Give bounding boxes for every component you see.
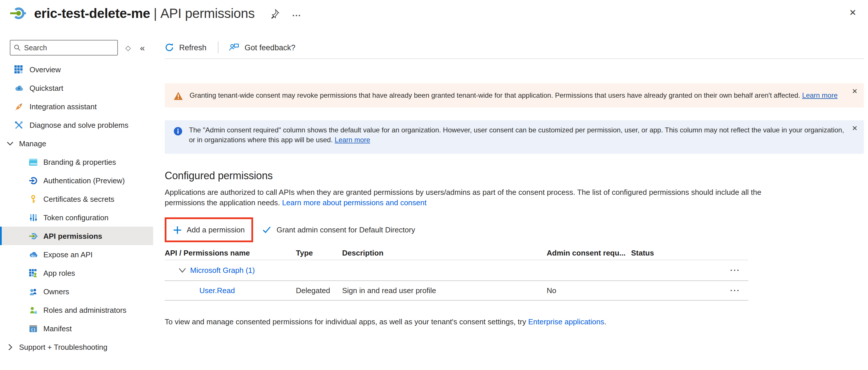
quickstart-icon bbox=[14, 84, 23, 92]
sidebar-item-label: Authentication (Preview) bbox=[43, 176, 125, 185]
sidebar-item-owners[interactable]: Owners bbox=[0, 282, 153, 301]
sidebar-item-manifest[interactable]: { } Manifest bbox=[0, 319, 153, 338]
close-blade-icon[interactable]: ✕ bbox=[849, 7, 857, 18]
sidebar-section-manage[interactable]: Manage bbox=[0, 134, 153, 153]
search-input[interactable] bbox=[24, 44, 114, 52]
sidebar-item-certificates[interactable]: Certificates & secrets bbox=[0, 190, 153, 208]
permissions-description: Applications are authorized to call APIs… bbox=[165, 187, 770, 208]
expose-api-icon bbox=[29, 250, 37, 259]
refresh-button[interactable]: Refresh bbox=[165, 43, 207, 52]
sidebar-item-label: Owners bbox=[43, 287, 69, 296]
resize-icon[interactable]: ◇ bbox=[125, 44, 131, 52]
azure-portal-blade: eric-test-delete-me|API permissions ... … bbox=[0, 0, 868, 370]
permissions-table: API / Permissions name Type Description … bbox=[165, 246, 748, 301]
sidebar-nav: Overview Quickstart In bbox=[0, 60, 153, 356]
sidebar-item-expose-api[interactable]: Expose an API bbox=[0, 245, 153, 264]
sidebar-item-app-roles[interactable]: App roles bbox=[0, 264, 153, 282]
page-title: eric-test-delete-me|API permissions bbox=[34, 5, 254, 21]
warning-close-icon[interactable]: ✕ bbox=[852, 87, 858, 95]
col-header-admin-consent: Admin consent requ... bbox=[547, 249, 631, 257]
key-icon bbox=[29, 194, 37, 203]
branding-icon: www bbox=[29, 158, 37, 166]
app-registration-icon bbox=[10, 5, 26, 21]
sidebar-item-label: App roles bbox=[43, 269, 75, 277]
app-roles-icon bbox=[29, 269, 37, 277]
table-header-row: API / Permissions name Type Description … bbox=[165, 246, 748, 260]
toolbar-divider bbox=[218, 42, 219, 53]
sidebar-item-api-permissions[interactable]: API permissions bbox=[0, 227, 153, 245]
grant-admin-consent-button[interactable]: Grant admin consent for Default Director… bbox=[262, 225, 415, 234]
sidebar-item-quickstart[interactable]: Quickstart bbox=[0, 79, 153, 97]
overview-icon bbox=[14, 65, 23, 74]
page-header: eric-test-delete-me|API permissions ... … bbox=[0, 0, 868, 27]
toolbar-separator bbox=[165, 58, 864, 59]
command-bar: Refresh Got feedback? bbox=[165, 38, 868, 57]
roles-administrators-icon bbox=[29, 306, 37, 314]
sidebar-section-support[interactable]: Support + Troubleshooting bbox=[0, 338, 153, 356]
sidebar-item-token-configuration[interactable]: Token configuration bbox=[0, 208, 153, 227]
sidebar: ◇ « Overview Quicksta bbox=[0, 27, 153, 370]
permission-name-cell: User.Read bbox=[165, 286, 296, 295]
configured-permissions-heading: Configured permissions bbox=[165, 170, 868, 182]
sliders-icon bbox=[29, 213, 37, 222]
svg-text:www: www bbox=[30, 162, 37, 165]
sidebar-section-label: Support + Troubleshooting bbox=[19, 343, 107, 351]
sidebar-search-row: ◇ « bbox=[0, 40, 153, 56]
check-icon bbox=[262, 226, 271, 234]
chevron-right-icon bbox=[6, 343, 14, 351]
warning-learn-more-link[interactable]: Learn more bbox=[802, 91, 838, 99]
annotation-highlight-box: Add a permission bbox=[165, 217, 253, 242]
sidebar-item-label: Roles and administrators bbox=[43, 306, 127, 314]
sidebar-item-label: Certificates & secrets bbox=[43, 194, 115, 203]
manifest-icon: { } bbox=[29, 324, 37, 333]
col-header-type: Type bbox=[296, 249, 342, 257]
sidebar-item-authentication[interactable]: Authentication (Preview) bbox=[0, 171, 153, 190]
table-row-microsoft-graph[interactable]: Microsoft Graph (1) ··· bbox=[165, 260, 748, 281]
row-actions-icon[interactable]: ··· bbox=[730, 286, 748, 295]
add-permission-label: Add a permission bbox=[187, 225, 245, 234]
row-actions-icon[interactable]: ··· bbox=[730, 266, 748, 275]
permission-type-cell: Delegated bbox=[296, 286, 342, 295]
info-icon bbox=[174, 127, 183, 136]
info-close-icon[interactable]: ✕ bbox=[852, 124, 858, 132]
authentication-icon bbox=[29, 176, 37, 185]
table-row-user-read[interactable]: User.Read Delegated Sign in and read use… bbox=[165, 281, 748, 301]
chevron-down-icon[interactable] bbox=[179, 267, 186, 273]
sidebar-item-branding[interactable]: www Branding & properties bbox=[0, 153, 153, 171]
pin-icon[interactable] bbox=[270, 8, 279, 18]
feedback-label: Got feedback? bbox=[245, 43, 296, 52]
collapse-sidebar-icon[interactable]: « bbox=[140, 43, 145, 53]
col-header-name: API / Permissions name bbox=[165, 249, 296, 257]
col-header-description: Description bbox=[342, 249, 547, 257]
troubleshoot-icon bbox=[14, 121, 23, 129]
sidebar-item-label: Token configuration bbox=[43, 213, 108, 222]
sidebar-item-diagnose[interactable]: Diagnose and solve problems bbox=[0, 116, 153, 134]
warning-icon bbox=[174, 91, 183, 101]
sidebar-item-roles-administrators[interactable]: Roles and administrators bbox=[0, 301, 153, 319]
sidebar-item-integration-assistant[interactable]: Integration assistant bbox=[0, 97, 153, 116]
owners-icon bbox=[29, 287, 37, 296]
add-permission-button[interactable]: Add a permission bbox=[166, 219, 252, 241]
search-box[interactable] bbox=[10, 40, 118, 56]
grant-admin-consent-label: Grant admin consent for Default Director… bbox=[277, 225, 415, 234]
rocket-icon bbox=[14, 102, 23, 111]
microsoft-graph-link[interactable]: Microsoft Graph (1) bbox=[190, 266, 255, 275]
info-learn-more-link[interactable]: Learn more bbox=[335, 136, 370, 144]
feedback-button[interactable]: Got feedback? bbox=[229, 43, 296, 52]
permissions-consent-link[interactable]: Learn more about permissions and consent bbox=[282, 198, 427, 207]
sidebar-item-label: Expose an API bbox=[43, 250, 93, 259]
sidebar-section-label: Manage bbox=[19, 139, 46, 148]
sidebar-item-label: Manifest bbox=[43, 324, 72, 333]
footer-note: To view and manage consented permissions… bbox=[165, 317, 868, 326]
sidebar-item-label: Quickstart bbox=[29, 84, 63, 92]
info-text: The "Admin consent required" column show… bbox=[189, 125, 844, 149]
user-read-link[interactable]: User.Read bbox=[199, 286, 235, 295]
col-header-status: Status bbox=[631, 249, 679, 257]
sidebar-item-label: Overview bbox=[29, 65, 61, 74]
enterprise-applications-link[interactable]: Enterprise applications bbox=[528, 317, 604, 326]
more-actions-icon[interactable]: ... bbox=[292, 10, 301, 16]
sidebar-item-overview[interactable]: Overview bbox=[0, 60, 153, 79]
sidebar-item-label: API permissions bbox=[43, 232, 102, 240]
refresh-label: Refresh bbox=[179, 43, 207, 52]
svg-text:{ }: { } bbox=[31, 327, 35, 331]
